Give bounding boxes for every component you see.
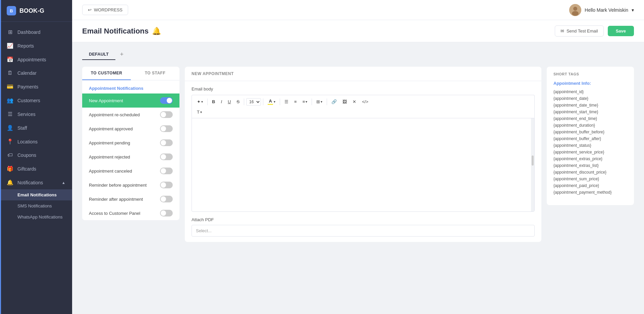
list-ul-button[interactable]: ☰ [282,98,291,106]
sidebar-item-email-notifications[interactable]: Email Notifications [0,189,72,200]
sidebar-item-locations[interactable]: 📍 Locations [0,135,72,148]
scroll-handle[interactable] [532,155,534,166]
sidebar-item-label: Customers [17,98,65,103]
color-btn: A [268,99,273,105]
tab-default[interactable]: DEFAULT [82,49,115,60]
short-tag[interactable]: {appointment_discount_price} [553,169,627,176]
sidebar-item-appointments[interactable]: 📅 Appointments [0,53,72,66]
notif-label: Appointment rejected [89,154,130,160]
payments-icon: 💳 [7,83,13,90]
notif-item-approved[interactable]: Appointment approved [82,122,179,136]
paragraph-button[interactable]: T▾ [195,108,204,116]
topbar: ↩ WORDPRESS Hello Mark Velmiskin ▾ [72,0,644,20]
short-tag[interactable]: {appointment_buffer_after} [553,135,627,142]
locations-icon: 📍 [7,138,13,145]
table-button[interactable]: ⊞▾ [314,98,325,106]
sidebar-item-payments[interactable]: 💳 Payments [0,80,72,93]
short-tag[interactable]: {appointment_extras_price} [553,155,627,162]
text-color-button[interactable]: A ▾ [265,97,278,106]
wordpress-button[interactable]: ↩ WORDPRESS [82,5,128,15]
sidebar-item-coupons[interactable]: 🏷 Coupons [0,148,72,162]
image-button[interactable]: 🖼 [340,98,349,106]
sidebar-item-reports[interactable]: 📈 Reports [0,39,72,53]
coupons-icon: 🏷 [7,152,13,158]
toggle-rescheduled[interactable] [160,111,173,118]
toggle-approved[interactable] [160,125,173,132]
separator [263,99,263,105]
reports-icon: 📈 [7,43,13,49]
user-menu[interactable]: Hello Mark Velmiskin ▾ [569,4,634,16]
separator [327,99,327,105]
short-tag-section-title: Appointment Info: [553,81,627,86]
short-tag[interactable]: {appointment_extras_list} [553,162,627,169]
notif-item-pending[interactable]: Appointment pending [82,136,179,150]
short-tag[interactable]: {appointment_end_time} [553,115,627,122]
sidebar-item-staff[interactable]: 👤 Staff [0,121,72,135]
sidebar-item-customers[interactable]: 👥 Customers [0,93,72,107]
bold-button[interactable]: B [210,98,217,106]
toggle-reminder-after[interactable] [160,196,173,202]
short-tag[interactable]: {appointment_service_price} [553,149,627,155]
chevron-small-icon: ▾ [201,100,203,104]
short-tag[interactable]: {appointment_id} [553,88,627,95]
sidebar-item-services[interactable]: ☰ Services [0,107,72,121]
attach-pdf-select[interactable]: Select... [192,225,535,237]
save-button[interactable]: Save [608,26,634,36]
notif-item-new-appointment[interactable]: New Appointment [82,93,179,108]
tab-add-button[interactable]: + [117,50,126,59]
short-tag[interactable]: {appointment_start_time} [553,109,627,115]
short-tag[interactable]: {appointment_status} [553,142,627,149]
clear-format-button[interactable]: ✕ [350,98,359,106]
sidebar-item-label: Dashboard [17,29,65,35]
mid-panel-header: NEW APPOINTMENT [185,67,541,81]
font-size-select[interactable]: 16 12 14 18 24 [246,98,261,106]
notif-label: Access to Customer Panel [89,211,140,216]
notif-item-canceled[interactable]: Appointment canceled [82,164,179,178]
notif-item-rejected[interactable]: Appointment rejected [82,150,179,164]
send-test-email-button[interactable]: ✉ Send Test Email [555,25,604,37]
align-button[interactable]: ≡▾ [300,98,310,106]
sidebar-item-whatsapp-notifications[interactable]: WhatsApp Notifications [0,211,72,223]
toggle-rejected[interactable] [160,153,173,160]
sidebar-item-dashboard[interactable]: ⊞ Dashboard [0,25,72,39]
short-tag[interactable]: {appointment_sum_price} [553,176,627,182]
notif-item-rescheduled[interactable]: Appointment re-scheduled [82,108,179,122]
strikethrough-button[interactable]: S [234,98,242,106]
email-icon: ✉ [560,28,564,34]
email-editor-area[interactable] [192,118,535,212]
short-tag[interactable]: {appointment_date_time} [553,102,627,109]
short-tag[interactable]: {appointment_duration} [553,122,627,129]
sidebar-item-calendar[interactable]: 🗓 Calendar [0,66,72,80]
short-tag[interactable]: {appointment_payment_method} [553,189,627,196]
sidebar-item-notifications[interactable]: 🔔 Notifications ▲ [0,176,72,189]
tab-to-staff[interactable]: TO STAFF [131,67,179,80]
code-button[interactable]: </> [360,98,371,106]
short-tag[interactable]: {appointment_buffer_before} [553,129,627,135]
notif-label: Reminder after appointment [89,197,143,202]
sidebar-item-sms-notifications[interactable]: SMS Notifications [0,200,72,211]
toggle-reminder-before[interactable] [160,182,173,188]
sidebar-item-giftcards[interactable]: 🎁 Giftcards [0,162,72,176]
svg-point-2 [572,11,579,16]
toggle-new-appointment[interactable] [160,97,173,104]
toggle-canceled[interactable] [160,168,173,174]
short-tag[interactable]: {appointment_date} [553,95,627,102]
notification-section-title: Appointment Notifications [82,80,179,93]
notif-item-access-customer[interactable]: Access to Customer Panel [82,206,179,220]
scroll-bar[interactable] [531,118,534,211]
three-col-layout: TO CUSTOMER TO STAFF Appointment Notific… [82,67,634,242]
tab-to-customer[interactable]: TO CUSTOMER [82,67,131,80]
toggle-access-customer[interactable] [160,210,173,216]
link-button[interactable]: 🔗 [329,98,339,106]
email-body-label: Email body [192,86,535,91]
short-tag[interactable]: {appointment_paid_price} [553,182,627,189]
magic-btn[interactable]: ✦ ▾ [195,98,205,106]
underline-button[interactable]: U [225,98,233,106]
toggle-pending[interactable] [160,139,173,146]
user-avatar-image [569,4,581,16]
notif-item-reminder-after[interactable]: Reminder after appointment [82,192,179,206]
notif-item-reminder-before[interactable]: Reminder before appointment [82,178,179,192]
italic-button[interactable]: I [218,98,224,106]
sidebar-item-label: Payments [17,84,65,89]
list-ol-button[interactable]: ≡ [292,98,299,106]
